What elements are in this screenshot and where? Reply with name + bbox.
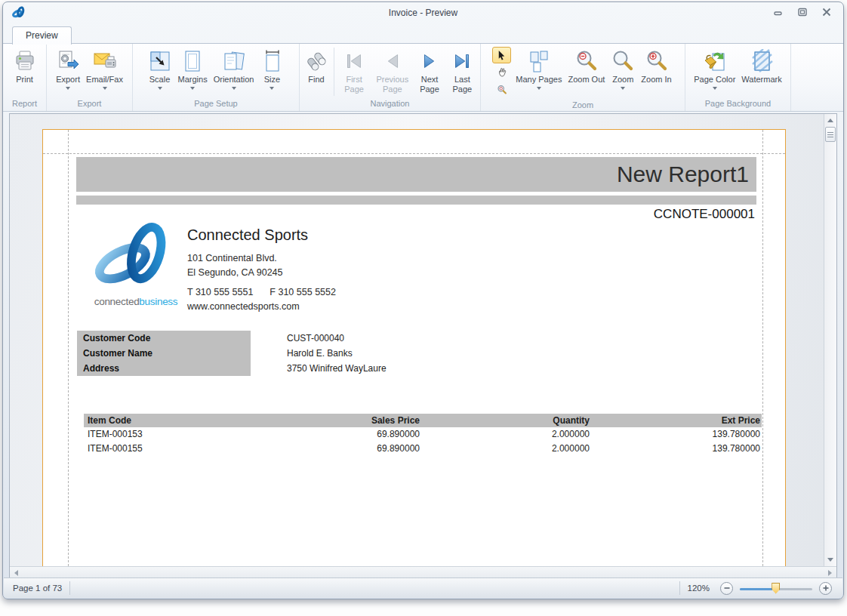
zoom-magnifier-icon (611, 48, 635, 74)
cell-quantity: 2.000000 (421, 442, 591, 456)
preview-window: Invoice - Preview Preview (2, 2, 844, 599)
previous-page-label: Previous Page (374, 75, 410, 94)
zoom-out-button[interactable]: Zoom Out (565, 46, 607, 85)
col-quantity: Quantity (421, 414, 591, 427)
zoom-button[interactable]: Zoom (608, 46, 637, 93)
previous-page-button[interactable]: Previous Page (372, 46, 412, 95)
ribbon: Print Report (3, 43, 843, 112)
status-bar: Page 1 of 73 120% (4, 578, 842, 598)
zoom-in-button[interactable]: Zoom In (639, 46, 673, 85)
magnifier-icon (497, 85, 507, 95)
company-name: Connected Sports (187, 226, 336, 244)
next-page-button[interactable]: Next Page (414, 46, 445, 95)
customer-row: Customer Code CUST-000040 (77, 331, 387, 346)
customer-info-table: Customer Code CUST-000040 Customer Name … (77, 331, 387, 376)
close-button[interactable] (821, 7, 833, 17)
table-row: ITEM-000155 69.890000 2.000000 139.78000… (84, 442, 762, 456)
company-logo-text: connectedbusiness (87, 296, 185, 307)
hand-tool-button[interactable] (492, 64, 511, 81)
size-label: Size (264, 75, 280, 85)
group-caption-navigation: Navigation (301, 98, 479, 111)
items-header-row: Item Code Sales Price Quantity Ext Price (84, 414, 762, 427)
first-page-button[interactable]: First Page (337, 46, 371, 95)
printer-icon (13, 48, 37, 74)
horizontal-scrollbar[interactable] (10, 566, 836, 578)
last-page-button[interactable]: Last Page (447, 46, 478, 95)
pointer-icon (496, 50, 507, 61)
scale-button[interactable]: Scale (146, 46, 174, 93)
size-button[interactable]: Size (257, 46, 286, 93)
col-sales-price: Sales Price (273, 414, 421, 427)
magnifier-tool-button[interactable] (492, 82, 511, 98)
dropdown-arrow-icon (158, 87, 162, 92)
margins-button[interactable]: Margins (176, 46, 210, 93)
statusbar-separator (69, 581, 70, 595)
next-page-icon (418, 48, 441, 74)
customer-name-label: Customer Name (77, 346, 251, 361)
report-page[interactable]: New Report1 CCNOTE-000001 connectedbusin… (42, 129, 786, 578)
find-binoculars-icon (304, 48, 328, 74)
orientation-button[interactable]: Orientation (211, 46, 257, 93)
export-button[interactable]: Export (54, 46, 82, 93)
page-color-label: Page Color (694, 75, 735, 85)
restore-button[interactable] (796, 7, 808, 17)
size-icon (260, 48, 284, 74)
col-ext-price: Ext Price (591, 414, 762, 427)
print-button[interactable]: Print (11, 46, 39, 85)
report-title-band: New Report1 (76, 157, 756, 192)
col-item-code: Item Code (84, 414, 273, 427)
zoom-out-label: Zoom Out (568, 75, 605, 85)
zoom-slider-thumb[interactable] (772, 583, 780, 594)
dropdown-arrow-icon (537, 87, 541, 92)
cell-item-code: ITEM-000155 (84, 442, 273, 456)
scroll-left-button[interactable] (10, 567, 22, 578)
customer-address-value: 3750 Winifred WayLaure (251, 361, 387, 376)
margin-guide-right (762, 130, 763, 578)
document-reference: CCNOTE-000001 (654, 207, 755, 222)
window-title: Invoice - Preview (3, 8, 843, 18)
watermark-icon (750, 48, 774, 74)
dropdown-arrow-icon (713, 87, 717, 92)
scroll-down-button[interactable] (824, 554, 836, 566)
plus-icon (822, 584, 830, 592)
email-fax-button[interactable]: Email/Fax (84, 46, 125, 93)
orientation-icon (222, 48, 246, 74)
watermark-label: Watermark (741, 75, 781, 85)
ribbon-tab-row: Preview (3, 23, 843, 44)
zoom-decrease-button[interactable] (720, 582, 733, 595)
page-color-button[interactable]: Page Color (691, 46, 738, 93)
zoom-increase-button[interactable] (819, 582, 832, 595)
minimize-button[interactable] (772, 7, 784, 17)
ribbon-group-zoom: Many Pages Zoom Out (481, 44, 685, 111)
scroll-up-button[interactable] (824, 114, 836, 126)
company-phone-fax: T 310 555 5551F 310 555 5552 (187, 285, 336, 300)
ribbon-group-navigation: Find First Page (300, 44, 481, 111)
preview-viewport: New Report1 CCNOTE-000001 connectedbusin… (9, 113, 837, 578)
zoom-slider[interactable] (740, 582, 812, 595)
arrow-down-icon (827, 558, 833, 565)
ribbon-group-export: Export E (47, 44, 133, 111)
group-caption-zoom: Zoom (482, 100, 683, 111)
arrow-right-icon (828, 570, 835, 576)
watermark-button[interactable]: Watermark (739, 46, 784, 85)
tab-preview[interactable]: Preview (12, 26, 72, 45)
find-button[interactable]: Find (302, 46, 331, 85)
ribbon-group-report: Print Report (3, 44, 47, 111)
vertical-scroll-thumb[interactable] (825, 127, 836, 142)
logo-text-connected: connected (94, 296, 140, 307)
vertical-scrollbar[interactable] (824, 114, 836, 566)
many-pages-button[interactable]: Many Pages (513, 46, 564, 93)
many-pages-label: Many Pages (516, 75, 562, 85)
previous-page-icon (381, 48, 404, 74)
customer-code-label: Customer Code (77, 331, 251, 346)
group-caption-export: Export (48, 98, 131, 111)
dropdown-arrow-icon (270, 87, 274, 92)
cell-sales-price: 69.890000 (273, 442, 421, 456)
company-phone: T 310 555 5551 (187, 287, 253, 297)
pointer-tool-button[interactable] (492, 47, 511, 63)
title-bar: Invoice - Preview (3, 2, 843, 23)
many-pages-icon (527, 48, 551, 74)
scroll-right-button[interactable] (824, 567, 836, 578)
company-info-block: Connected Sports 101 Continental Blvd. E… (187, 226, 336, 314)
first-page-icon (343, 48, 365, 74)
